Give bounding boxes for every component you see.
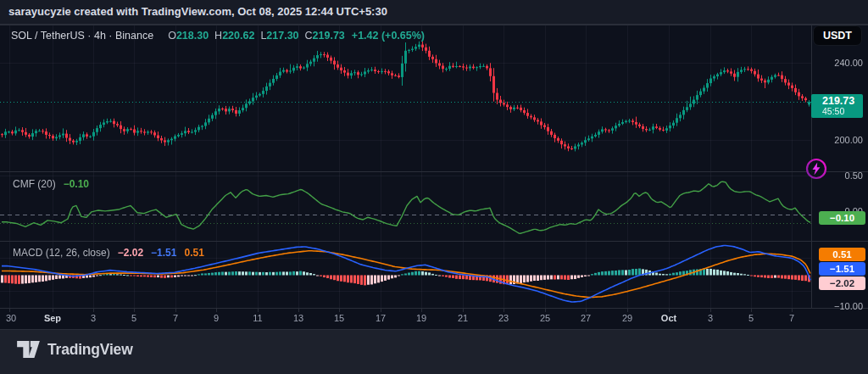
close-value: 219.73 (313, 30, 345, 42)
boost-flash-icon[interactable] (804, 156, 829, 181)
high-value: 220.62 (222, 30, 254, 42)
cmf-legend[interactable]: CMF (20)−0.10 (13, 178, 89, 190)
time-axis-label: 3 (708, 313, 713, 323)
time-axis-label: 15 (334, 313, 344, 323)
macd-hist-value: −2.02 (118, 247, 143, 259)
time-axis-label: 7 (173, 313, 178, 323)
time-axis-label: Oct (661, 313, 676, 323)
macd-hist-badge: −2.02 (819, 276, 865, 290)
time-axis[interactable]: 30Sep357911131517192123252729Oct357 (0, 308, 811, 328)
tradingview-logo-text: TradingView (47, 341, 133, 359)
symbol-title[interactable]: SOL / TetherUS · 4h · Binance (11, 30, 153, 42)
price-scale-label: −10.00 (819, 301, 863, 311)
time-axis-label: 13 (293, 313, 303, 323)
open-label: O (168, 30, 176, 42)
macd-signal-value: 0.51 (184, 247, 203, 259)
time-axis-label: 25 (540, 313, 550, 323)
time-axis-label: 7 (789, 313, 794, 323)
time-axis-label: 17 (376, 313, 386, 323)
cmf-value-badge: −0.10 (819, 211, 865, 225)
macd-title[interactable]: MACD (12, 26, close) (13, 247, 110, 259)
close-label: C (305, 30, 313, 42)
time-axis-label: Sep (44, 313, 61, 323)
change-value: +1.42 (+0.65%) (352, 30, 425, 42)
time-axis-label: 5 (748, 313, 754, 323)
last-price-value: 219.73 (822, 95, 863, 107)
symbol-legend[interactable]: SOL / TetherUS · 4h · BinanceO218.30H220… (11, 30, 425, 42)
low-value: 217.30 (266, 30, 298, 42)
price-scale-label: 200.00 (819, 135, 863, 145)
time-axis-label: 23 (498, 313, 509, 323)
time-axis-label: 30 (6, 313, 16, 323)
macd-line-value: −1.51 (151, 247, 176, 259)
time-axis-label: 9 (214, 313, 219, 323)
macd-signal-badge: 0.51 (819, 248, 865, 261)
time-axis-label: 11 (253, 313, 262, 323)
time-axis-label: 21 (458, 313, 468, 323)
last-price-badge: 219.73 45:50 (811, 94, 863, 118)
time-axis-label: 19 (416, 313, 426, 323)
time-axis-label: 5 (131, 313, 136, 323)
time-axis-label: 27 (581, 313, 591, 323)
price-scale-label: 240.00 (819, 58, 863, 68)
macd-main-badge: −1.51 (819, 262, 865, 276)
time-axis-label: 3 (91, 313, 96, 323)
cmf-value: −0.10 (64, 178, 89, 190)
tradingview-logo[interactable]: TradingView (17, 341, 133, 359)
bar-countdown: 45:50 (822, 107, 863, 116)
attribution-text: sarayucyzie created with TradingView.com… (8, 5, 387, 18)
macd-legend[interactable]: MACD (12, 26, close)−2.02−1.510.51 (13, 247, 204, 259)
attribution-bar: sarayucyzie created with TradingView.com… (0, 0, 868, 25)
tradingview-logo-mark (17, 341, 40, 359)
currency-toggle-badge[interactable]: USDT (813, 25, 862, 46)
high-label: H (214, 30, 222, 42)
open-value: 218.30 (176, 30, 209, 42)
time-axis-label: 29 (622, 313, 632, 323)
tradingview-chart-screenshot: sarayucyzie created with TradingView.com… (0, 0, 868, 374)
cmf-title[interactable]: CMF (20) (13, 178, 56, 190)
